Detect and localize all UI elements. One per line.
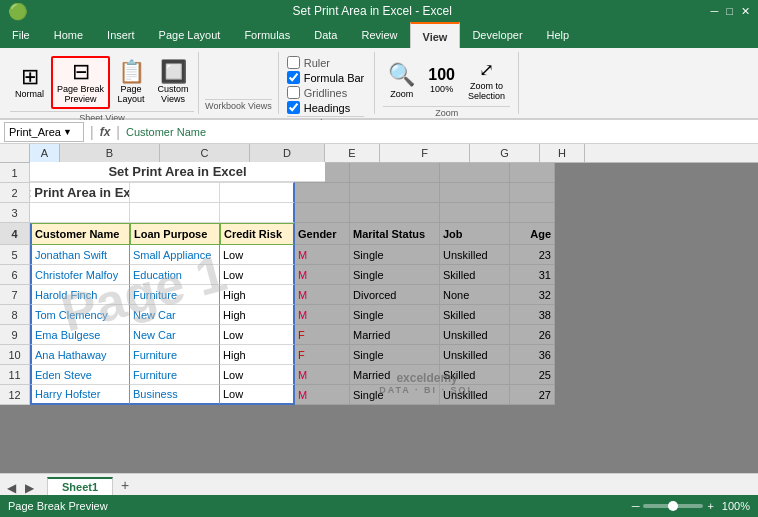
cell-b7[interactable]: Harold Finch: [30, 285, 130, 305]
cell-g11[interactable]: Skilled: [440, 365, 510, 385]
name-box[interactable]: Print_Area ▼: [4, 122, 84, 142]
zoom-out-btn[interactable]: ─: [632, 500, 640, 512]
cell-g1[interactable]: [440, 163, 510, 183]
maximize-btn[interactable]: □: [726, 5, 733, 18]
cell-b5[interactable]: Jonathan Swift: [30, 245, 130, 265]
col-header-b[interactable]: B: [60, 144, 160, 162]
col-header-e[interactable]: E: [325, 144, 380, 162]
page-break-preview-btn[interactable]: ⊟ Page BreakPreview: [51, 56, 110, 109]
zoom-btn[interactable]: 🔍 Zoom: [383, 59, 420, 102]
formulabar-checkbox-row[interactable]: Formula Bar: [287, 71, 365, 84]
cell-d12[interactable]: Low: [220, 385, 295, 405]
cell-b11[interactable]: Eden Steve: [30, 365, 130, 385]
cell-b3[interactable]: [30, 203, 130, 223]
gridlines-checkbox[interactable]: [287, 86, 300, 99]
cell-g5[interactable]: Unskilled: [440, 245, 510, 265]
ruler-checkbox-row[interactable]: Ruler: [287, 56, 365, 69]
cell-h11[interactable]: 25: [510, 365, 555, 385]
page-layout-btn[interactable]: 📋 PageLayout: [112, 57, 150, 108]
cell-c10[interactable]: Furniture: [130, 345, 220, 365]
cell-b2[interactable]: Set Print Area in Excel: [30, 183, 130, 203]
cell-g2[interactable]: [440, 183, 510, 203]
tab-formulas[interactable]: Formulas: [232, 22, 302, 48]
custom-views-btn[interactable]: 🔲 CustomViews: [152, 57, 194, 108]
cell-b8[interactable]: Tom Clemency: [30, 305, 130, 325]
cell-h9[interactable]: 26: [510, 325, 555, 345]
cell-c9[interactable]: New Car: [130, 325, 220, 345]
normal-view-btn[interactable]: ⊞ Normal: [10, 62, 49, 103]
formulabar-checkbox[interactable]: [287, 71, 300, 84]
tab-nav-right[interactable]: ▶: [22, 481, 37, 495]
cell-b9[interactable]: Ema Bulgese: [30, 325, 130, 345]
cell-c12[interactable]: Business: [130, 385, 220, 405]
ruler-checkbox[interactable]: [287, 56, 300, 69]
cell-b12[interactable]: Harry Hofster: [30, 385, 130, 405]
cell-f4[interactable]: Marital Status: [350, 223, 440, 245]
cell-h5[interactable]: 23: [510, 245, 555, 265]
tab-data[interactable]: Data: [302, 22, 349, 48]
cell-e7[interactable]: M: [295, 285, 350, 305]
cell-c3[interactable]: [130, 203, 220, 223]
cell-e3[interactable]: [295, 203, 350, 223]
cell-d6[interactable]: Low: [220, 265, 295, 285]
tab-view[interactable]: View: [410, 22, 461, 48]
cell-d9[interactable]: Low: [220, 325, 295, 345]
minimize-btn[interactable]: ─: [711, 5, 719, 18]
cell-f7[interactable]: Divorced: [350, 285, 440, 305]
cell-f3[interactable]: [350, 203, 440, 223]
cell-h12[interactable]: 27: [510, 385, 555, 405]
cell-g6[interactable]: Skilled: [440, 265, 510, 285]
add-sheet-btn[interactable]: +: [115, 475, 135, 495]
cell-d11[interactable]: Low: [220, 365, 295, 385]
formula-input[interactable]: Customer Name: [126, 126, 754, 138]
cell-d7[interactable]: High: [220, 285, 295, 305]
col-header-a[interactable]: A: [30, 144, 60, 162]
cell-e9[interactable]: F: [295, 325, 350, 345]
cell-e11[interactable]: M: [295, 365, 350, 385]
cell-e2[interactable]: [295, 183, 350, 203]
tab-developer[interactable]: Developer: [460, 22, 534, 48]
cell-e6[interactable]: M: [295, 265, 350, 285]
cell-g3[interactable]: [440, 203, 510, 223]
cell-d10[interactable]: High: [220, 345, 295, 365]
tab-pagelayout[interactable]: Page Layout: [147, 22, 233, 48]
cell-c4[interactable]: Loan Purpose: [130, 223, 220, 245]
cell-h7[interactable]: 32: [510, 285, 555, 305]
tab-nav-left[interactable]: ◀: [4, 481, 19, 495]
cell-d4[interactable]: Credit Risk: [220, 223, 295, 245]
cell-d5[interactable]: Low: [220, 245, 295, 265]
cell-d8[interactable]: High: [220, 305, 295, 325]
col-header-c[interactable]: C: [160, 144, 250, 162]
headings-checkbox-row[interactable]: Headings: [287, 101, 365, 114]
cell-h3[interactable]: [510, 203, 555, 223]
cell-g8[interactable]: Skilled: [440, 305, 510, 325]
cell-h6[interactable]: 31: [510, 265, 555, 285]
cell-f8[interactable]: Single: [350, 305, 440, 325]
sheet-tab-sheet1[interactable]: Sheet1: [47, 477, 113, 495]
cell-f10[interactable]: Single: [350, 345, 440, 365]
cell-f1[interactable]: [350, 163, 440, 183]
cell-h4[interactable]: Age: [510, 223, 555, 245]
cell-f5[interactable]: Single: [350, 245, 440, 265]
cell-g10[interactable]: Unskilled: [440, 345, 510, 365]
gridlines-checkbox-row[interactable]: Gridlines: [287, 86, 365, 99]
cell-f11[interactable]: Married: [350, 365, 440, 385]
tab-insert[interactable]: Insert: [95, 22, 147, 48]
headings-checkbox[interactable]: [287, 101, 300, 114]
cell-f9[interactable]: Married: [350, 325, 440, 345]
cell-d2[interactable]: [220, 183, 295, 203]
tab-file[interactable]: File: [0, 22, 42, 48]
col-header-g[interactable]: G: [470, 144, 540, 162]
cell-b10[interactable]: Ana Hathaway: [30, 345, 130, 365]
cell-g4[interactable]: Job: [440, 223, 510, 245]
col-header-h[interactable]: H: [540, 144, 585, 162]
cell-e10[interactable]: F: [295, 345, 350, 365]
cell-b4[interactable]: Customer Name: [30, 223, 130, 245]
cell-e12[interactable]: M: [295, 385, 350, 405]
cell-c6[interactable]: Education: [130, 265, 220, 285]
cell-c7[interactable]: Furniture: [130, 285, 220, 305]
tab-home[interactable]: Home: [42, 22, 95, 48]
zoom-selection-btn[interactable]: ⤢ Zoom toSelection: [463, 56, 510, 104]
close-btn[interactable]: ✕: [741, 5, 750, 18]
tab-help[interactable]: Help: [535, 22, 582, 48]
